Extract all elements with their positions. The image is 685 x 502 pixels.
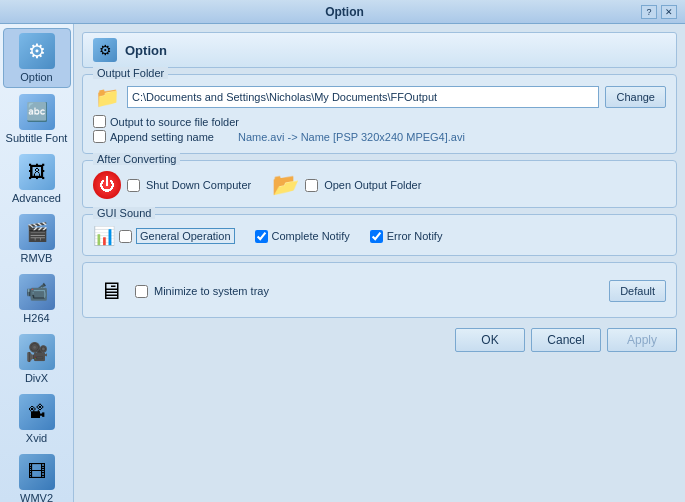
rmvb-icon: [19, 214, 55, 250]
sidebar-item-subtitle-font[interactable]: Subtitle Font: [3, 90, 71, 148]
shutdown-checkbox[interactable]: [127, 179, 140, 192]
complete-notify-item: Complete Notify: [255, 230, 350, 243]
wmv2-icon: [19, 454, 55, 490]
shutdown-icon: ⏻: [93, 171, 121, 199]
window-title: Option: [48, 5, 641, 19]
change-button[interactable]: Change: [605, 86, 666, 108]
open-folder-item: 📂 Open Output Folder: [271, 171, 421, 199]
output-folder-group: Output Folder 📁 Change Output to source …: [82, 74, 677, 154]
sidebar-label-advanced: Advanced: [12, 192, 61, 204]
help-button[interactable]: ?: [641, 5, 657, 19]
tray-icon: 🖥: [93, 273, 129, 309]
open-folder-checkbox[interactable]: [305, 179, 318, 192]
error-notify-item: Error Notify: [370, 230, 443, 243]
open-folder-icon: 📂: [271, 171, 299, 199]
sidebar-item-advanced[interactable]: Advanced: [3, 150, 71, 208]
complete-notify-checkbox[interactable]: [255, 230, 268, 243]
folder-row: 📁 Change: [93, 85, 666, 109]
sidebar-item-h264[interactable]: H264: [3, 270, 71, 328]
header-icon: ⚙: [93, 38, 117, 62]
folder-icon: 📁: [93, 85, 121, 109]
sidebar-item-rmvb[interactable]: RMVB: [3, 210, 71, 268]
option-icon: [19, 33, 55, 69]
xvid-icon: [19, 394, 55, 430]
content-title: Option: [125, 43, 167, 58]
minimize-tray-label: Minimize to system tray: [154, 285, 269, 297]
source-folder-row: Output to source file folder: [93, 115, 666, 128]
default-button[interactable]: Default: [609, 280, 666, 302]
after-row: ⏻ Shut Down Computer 📂 Open Output Folde…: [93, 171, 666, 199]
sidebar-item-xvid[interactable]: Xvid: [3, 390, 71, 448]
sidebar-label-xvid: Xvid: [26, 432, 47, 444]
window-controls[interactable]: ? ✕: [641, 5, 677, 19]
sidebar-item-divx[interactable]: DivX: [3, 330, 71, 388]
sidebar-label-subtitle: Subtitle Font: [6, 132, 68, 144]
sidebar-item-option[interactable]: Option: [3, 28, 71, 88]
sidebar-label-h264: H264: [23, 312, 49, 324]
content-area: ⚙ Option Output Folder 📁 Change Output t…: [74, 24, 685, 502]
content-header: ⚙ Option: [82, 32, 677, 68]
subtitle-font-icon: [19, 94, 55, 130]
error-notify-label: Error Notify: [387, 230, 443, 242]
general-operation-label: General Operation: [136, 228, 235, 244]
general-operation-checkbox[interactable]: [119, 230, 132, 243]
error-notify-checkbox[interactable]: [370, 230, 383, 243]
title-bar: Option ? ✕: [0, 0, 685, 24]
advanced-icon: [19, 154, 55, 190]
close-button[interactable]: ✕: [661, 5, 677, 19]
sidebar-label-wmv2: WMV2: [20, 492, 53, 502]
append-name-row: Append setting name Name.avi -> Name [PS…: [93, 130, 666, 143]
gui-sound-label: GUI Sound: [93, 207, 155, 219]
sidebar: Option Subtitle Font Advanced RMVB H264: [0, 24, 74, 502]
system-tray-group: 🖥 Minimize to system tray Default: [82, 262, 677, 318]
append-name-checkbox[interactable]: [93, 130, 106, 143]
append-name-label: Append setting name: [110, 131, 214, 143]
open-folder-label: Open Output Folder: [324, 179, 421, 191]
sidebar-label-rmvb: RMVB: [21, 252, 53, 264]
complete-notify-label: Complete Notify: [272, 230, 350, 242]
name-preview: Name.avi -> Name [PSP 320x240 MPEG4].avi: [238, 131, 465, 143]
shutdown-label: Shut Down Computer: [146, 179, 251, 191]
sound-bars-icon: 📊: [93, 225, 115, 247]
apply-button[interactable]: Apply: [607, 328, 677, 352]
after-converting-group: After Converting ⏻ Shut Down Computer 📂 …: [82, 160, 677, 208]
output-folder-label: Output Folder: [93, 67, 168, 79]
main-layout: Option Subtitle Font Advanced RMVB H264: [0, 24, 685, 502]
source-folder-checkbox-label: Output to source file folder: [110, 116, 239, 128]
folder-path-input[interactable]: [127, 86, 599, 108]
ok-button[interactable]: OK: [455, 328, 525, 352]
sound-row: 📊 General Operation Complete Notify Erro…: [93, 225, 666, 247]
cancel-button[interactable]: Cancel: [531, 328, 601, 352]
gui-sound-group: GUI Sound 📊 General Operation Complete N…: [82, 214, 677, 256]
divx-icon: [19, 334, 55, 370]
after-converting-label: After Converting: [93, 153, 180, 165]
source-folder-checkbox[interactable]: [93, 115, 106, 128]
h264-icon: [19, 274, 55, 310]
sidebar-item-wmv2[interactable]: WMV2: [3, 450, 71, 502]
bottom-bar: OK Cancel Apply: [82, 324, 677, 354]
sidebar-label-divx: DivX: [25, 372, 48, 384]
general-op-item: 📊 General Operation: [93, 225, 235, 247]
tray-row: 🖥 Minimize to system tray: [93, 273, 269, 309]
sidebar-label-option: Option: [20, 71, 52, 83]
shutdown-item: ⏻ Shut Down Computer: [93, 171, 251, 199]
minimize-tray-checkbox[interactable]: [135, 285, 148, 298]
